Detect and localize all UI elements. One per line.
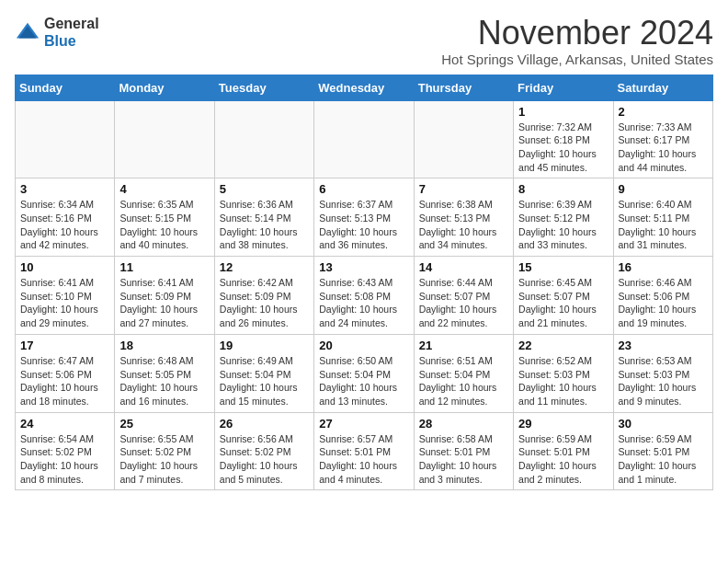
calendar-day-cell: 14Sunrise: 6:44 AMSunset: 5:07 PMDayligh… (414, 257, 513, 335)
calendar-day-cell (314, 100, 414, 178)
day-info: Sunrise: 6:45 AMSunset: 5:07 PMDaylight:… (518, 276, 608, 330)
day-info: Sunrise: 6:39 AMSunset: 5:12 PMDaylight:… (518, 198, 608, 252)
location: Hot Springs Village, Arkansas, United St… (441, 52, 713, 67)
day-info: Sunrise: 6:59 AMSunset: 5:01 PMDaylight:… (518, 432, 608, 487)
day-number: 27 (319, 417, 408, 431)
calendar-day-cell: 17Sunrise: 6:47 AMSunset: 5:06 PMDayligh… (16, 334, 115, 412)
day-info: Sunrise: 6:40 AMSunset: 5:11 PMDaylight:… (619, 198, 708, 252)
day-number: 17 (20, 339, 109, 352)
day-info: Sunrise: 6:54 AMSunset: 5:02 PMDaylight:… (20, 432, 109, 487)
day-number: 26 (220, 417, 309, 431)
day-number: 2 (619, 105, 708, 119)
weekday-header: Thursday (414, 75, 513, 100)
calendar-week-row: 17Sunrise: 6:47 AMSunset: 5:06 PMDayligh… (16, 334, 713, 412)
day-number: 14 (419, 260, 508, 274)
day-number: 25 (119, 417, 209, 431)
calendar-day-cell: 26Sunrise: 6:56 AMSunset: 5:02 PMDayligh… (214, 412, 313, 490)
day-info: Sunrise: 6:44 AMSunset: 5:07 PMDaylight:… (419, 276, 508, 330)
calendar-day-cell: 11Sunrise: 6:41 AMSunset: 5:09 PMDayligh… (115, 257, 214, 335)
day-number: 5 (220, 182, 309, 196)
day-info: Sunrise: 6:34 AMSunset: 5:16 PMDaylight:… (20, 198, 109, 252)
calendar-week-row: 24Sunrise: 6:54 AMSunset: 5:02 PMDayligh… (16, 412, 713, 490)
day-number: 3 (20, 182, 109, 196)
weekday-header: Wednesday (314, 75, 414, 100)
calendar-day-cell: 5Sunrise: 6:36 AMSunset: 5:14 PMDaylight… (214, 178, 313, 257)
logo-text: General Blue (44, 15, 99, 50)
calendar-day-cell (414, 100, 513, 178)
day-number: 13 (319, 260, 408, 274)
calendar-header-row: SundayMondayTuesdayWednesdayThursdayFrid… (16, 75, 713, 100)
day-number: 9 (619, 182, 708, 196)
calendar-day-cell: 29Sunrise: 6:59 AMSunset: 5:01 PMDayligh… (514, 412, 613, 490)
day-info: Sunrise: 6:35 AMSunset: 5:15 PMDaylight:… (119, 198, 209, 252)
day-info: Sunrise: 6:53 AMSunset: 5:03 PMDaylight:… (619, 354, 708, 408)
day-number: 1 (518, 105, 608, 119)
day-number: 4 (119, 182, 209, 196)
day-number: 15 (518, 260, 608, 274)
logo-icon (15, 19, 40, 45)
weekday-header: Saturday (613, 75, 712, 100)
day-info: Sunrise: 6:48 AMSunset: 5:05 PMDaylight:… (119, 354, 209, 408)
calendar-day-cell: 13Sunrise: 6:43 AMSunset: 5:08 PMDayligh… (314, 257, 414, 335)
day-info: Sunrise: 6:49 AMSunset: 5:04 PMDaylight:… (220, 354, 309, 408)
day-info: Sunrise: 6:58 AMSunset: 5:01 PMDaylight:… (419, 432, 508, 487)
calendar-day-cell (16, 100, 115, 178)
day-info: Sunrise: 6:59 AMSunset: 5:01 PMDaylight:… (619, 432, 708, 487)
calendar-day-cell: 18Sunrise: 6:48 AMSunset: 5:05 PMDayligh… (115, 334, 214, 412)
calendar-day-cell: 6Sunrise: 6:37 AMSunset: 5:13 PMDaylight… (314, 178, 414, 257)
day-number: 21 (419, 339, 508, 352)
day-info: Sunrise: 6:41 AMSunset: 5:10 PMDaylight:… (20, 276, 109, 330)
calendar-day-cell: 19Sunrise: 6:49 AMSunset: 5:04 PMDayligh… (214, 334, 313, 412)
day-info: Sunrise: 6:56 AMSunset: 5:02 PMDaylight:… (220, 432, 309, 487)
calendar-day-cell: 21Sunrise: 6:51 AMSunset: 5:04 PMDayligh… (414, 334, 513, 412)
day-number: 24 (20, 417, 109, 431)
calendar-day-cell: 22Sunrise: 6:52 AMSunset: 5:03 PMDayligh… (514, 334, 613, 412)
day-info: Sunrise: 6:47 AMSunset: 5:06 PMDaylight:… (20, 354, 109, 408)
day-info: Sunrise: 6:38 AMSunset: 5:13 PMDaylight:… (419, 198, 508, 252)
day-info: Sunrise: 7:32 AMSunset: 6:18 PMDaylight:… (518, 121, 608, 175)
calendar-day-cell: 25Sunrise: 6:55 AMSunset: 5:02 PMDayligh… (115, 412, 214, 490)
day-number: 20 (319, 339, 408, 352)
day-number: 18 (119, 339, 209, 352)
calendar-week-row: 3Sunrise: 6:34 AMSunset: 5:16 PMDaylight… (16, 178, 713, 257)
calendar-day-cell: 7Sunrise: 6:38 AMSunset: 5:13 PMDaylight… (414, 178, 513, 257)
day-info: Sunrise: 6:41 AMSunset: 5:09 PMDaylight:… (119, 276, 209, 330)
day-info: Sunrise: 6:50 AMSunset: 5:04 PMDaylight:… (319, 354, 408, 408)
day-number: 23 (619, 339, 708, 352)
logo-blue: Blue (44, 33, 76, 49)
weekday-header: Tuesday (214, 75, 313, 100)
day-number: 11 (119, 260, 209, 274)
calendar-day-cell: 20Sunrise: 6:50 AMSunset: 5:04 PMDayligh… (314, 334, 414, 412)
weekday-header: Monday (115, 75, 214, 100)
day-number: 29 (518, 417, 608, 431)
month-title: November 2024 (441, 15, 713, 52)
calendar-day-cell: 15Sunrise: 6:45 AMSunset: 5:07 PMDayligh… (514, 257, 613, 335)
calendar-day-cell (115, 100, 214, 178)
day-info: Sunrise: 6:43 AMSunset: 5:08 PMDaylight:… (319, 276, 408, 330)
page-header: General Blue November 2024 Hot Springs V… (15, 15, 713, 67)
day-number: 28 (419, 417, 508, 431)
calendar-week-row: 1Sunrise: 7:32 AMSunset: 6:18 PMDaylight… (16, 100, 713, 178)
calendar-day-cell (214, 100, 313, 178)
logo-general: General (44, 16, 99, 31)
calendar-day-cell: 23Sunrise: 6:53 AMSunset: 5:03 PMDayligh… (613, 334, 712, 412)
calendar-day-cell: 16Sunrise: 6:46 AMSunset: 5:06 PMDayligh… (613, 257, 712, 335)
logo: General Blue (15, 15, 99, 50)
day-info: Sunrise: 6:55 AMSunset: 5:02 PMDaylight:… (119, 432, 209, 487)
calendar-day-cell: 8Sunrise: 6:39 AMSunset: 5:12 PMDaylight… (514, 178, 613, 257)
day-number: 12 (220, 260, 309, 274)
calendar: SundayMondayTuesdayWednesdayThursdayFrid… (15, 75, 713, 491)
day-info: Sunrise: 6:52 AMSunset: 5:03 PMDaylight:… (518, 354, 608, 408)
calendar-day-cell: 9Sunrise: 6:40 AMSunset: 5:11 PMDaylight… (613, 178, 712, 257)
day-number: 16 (619, 260, 708, 274)
day-info: Sunrise: 6:46 AMSunset: 5:06 PMDaylight:… (619, 276, 708, 330)
day-info: Sunrise: 6:57 AMSunset: 5:01 PMDaylight:… (319, 432, 408, 487)
calendar-day-cell: 2Sunrise: 7:33 AMSunset: 6:17 PMDaylight… (613, 100, 712, 178)
day-info: Sunrise: 6:36 AMSunset: 5:14 PMDaylight:… (220, 198, 309, 252)
calendar-day-cell: 27Sunrise: 6:57 AMSunset: 5:01 PMDayligh… (314, 412, 414, 490)
weekday-header: Friday (514, 75, 613, 100)
calendar-week-row: 10Sunrise: 6:41 AMSunset: 5:10 PMDayligh… (16, 257, 713, 335)
calendar-day-cell: 28Sunrise: 6:58 AMSunset: 5:01 PMDayligh… (414, 412, 513, 490)
day-info: Sunrise: 7:33 AMSunset: 6:17 PMDaylight:… (619, 121, 708, 175)
day-number: 6 (319, 182, 408, 196)
